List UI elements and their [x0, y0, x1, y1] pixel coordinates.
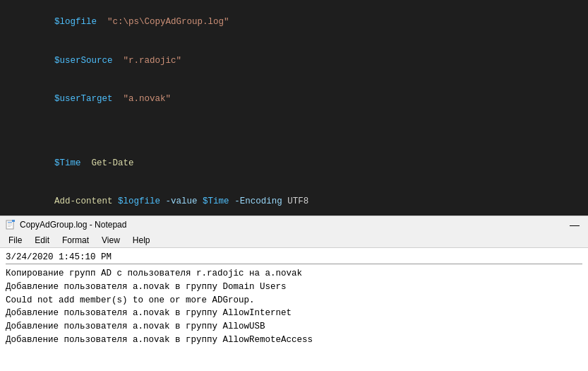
line-number	[0, 3, 13, 4]
timestamp: 3/24/2020 1:45:10 PM	[6, 252, 582, 262]
svg-rect-3	[8, 225, 12, 225]
notepad-titlebar: CopyAdGroup.log - Notepad —	[0, 216, 588, 232]
string: "c:\ps\CopyAdGroup.log"	[107, 17, 229, 27]
code-line: $userTarget "a.novak"	[0, 80, 588, 118]
code-editor: $logfile "c:\ps\CopyAdGroup.log" $userSo…	[0, 0, 588, 216]
svg-rect-1	[8, 222, 12, 223]
code-text: Add-content $logfile -value $Time -Encod…	[21, 182, 588, 216]
view-menu[interactable]: View	[96, 234, 126, 247]
edit-menu[interactable]: Edit	[29, 234, 55, 247]
svg-rect-2	[8, 223, 12, 224]
log-line-6: Добавление пользователя a.novak в группу…	[6, 334, 582, 347]
line-number	[0, 80, 13, 81]
code-text: $Time Get-Date	[21, 143, 588, 182]
notepad-menubar: File Edit Format View Help	[0, 232, 588, 248]
svg-rect-4	[8, 226, 11, 227]
line-number	[0, 182, 13, 183]
code-line: Add-content $logfile -value $Time -Encod…	[0, 182, 588, 216]
help-menu[interactable]: Help	[127, 234, 156, 247]
code-line	[0, 131, 588, 143]
format-menu[interactable]: Format	[56, 234, 95, 247]
file-menu[interactable]: File	[3, 234, 28, 247]
code-line	[0, 118, 588, 131]
log-line-1: Копирование групп AD с пользователя r.ra…	[6, 267, 582, 281]
log-line-3: Could not add member(s) to one or more A…	[6, 294, 582, 307]
notepad-title: CopyAdGroup.log - Notepad	[6, 220, 126, 230]
notepad-icon	[6, 220, 16, 230]
log-line-4: Добавление пользователя a.novak в группу…	[6, 307, 582, 320]
separator	[6, 264, 582, 264]
log-line-2: Добавление пользователя a.novak в группу…	[6, 281, 582, 294]
line-number	[0, 143, 13, 144]
code-line: $Time Get-Date	[0, 143, 588, 182]
log-line-5: Добавление пользователя a.novak в группу…	[6, 320, 582, 334]
svg-rect-5	[12, 220, 15, 222]
notepad-content: 3/24/2020 1:45:10 PM Копирование групп A…	[0, 248, 588, 371]
line-number	[0, 41, 13, 42]
code-text: $userTarget "a.novak"	[21, 80, 588, 118]
code-line: $logfile "c:\ps\CopyAdGroup.log"	[0, 3, 588, 41]
minimize-button[interactable]: —	[567, 219, 582, 230]
code-line: $userSource "r.radojic"	[0, 41, 588, 79]
code-text: $userSource "r.radojic"	[21, 41, 588, 79]
notepad-window: CopyAdGroup.log - Notepad — File Edit Fo…	[0, 216, 588, 371]
notepad-title-text: CopyAdGroup.log - Notepad	[20, 220, 126, 230]
code-text: $logfile "c:\ps\CopyAdGroup.log"	[21, 3, 588, 41]
variable: $logfile	[54, 17, 97, 27]
